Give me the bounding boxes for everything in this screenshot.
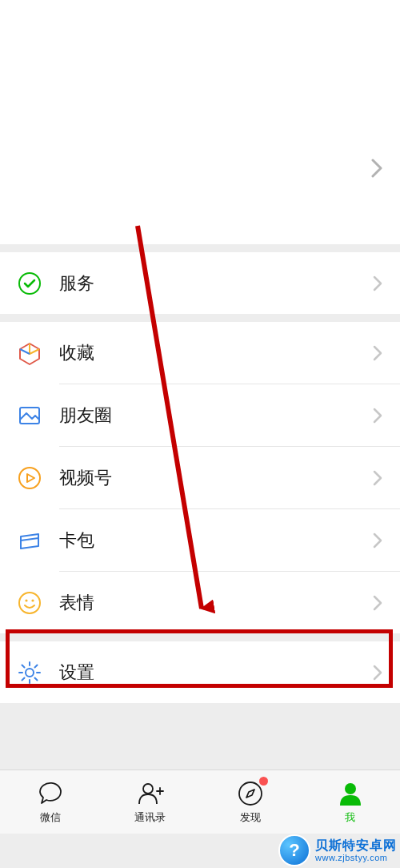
tab-wechat[interactable]: 微信 xyxy=(0,770,100,834)
svg-point-20 xyxy=(143,784,153,794)
section-gap xyxy=(0,633,400,641)
row-label: 卡包 xyxy=(42,528,373,553)
row-channels[interactable]: 视频号 xyxy=(0,447,400,508)
section-settings: 设置 xyxy=(0,641,400,703)
chat-bubble-icon xyxy=(37,780,64,807)
section-services: 服务 xyxy=(0,252,400,314)
tab-bar: 微信 通讯录 发现 xyxy=(0,770,400,834)
row-cards[interactable]: 卡包 xyxy=(0,509,400,571)
channels-icon xyxy=(18,466,42,490)
person-icon xyxy=(337,780,364,807)
chevron-right-icon xyxy=(371,159,382,178)
contacts-icon xyxy=(137,780,164,807)
tab-discover[interactable]: 发现 xyxy=(200,770,300,834)
svg-line-16 xyxy=(22,677,25,680)
section-gap xyxy=(0,244,400,252)
watermark-logo-icon: ? xyxy=(278,834,310,866)
row-services[interactable]: 服务 xyxy=(0,252,400,314)
cards-icon xyxy=(18,528,42,553)
svg-point-3 xyxy=(19,468,40,488)
section-gap xyxy=(0,314,400,322)
tab-label: 我 xyxy=(345,810,355,825)
chevron-right-icon xyxy=(373,275,382,291)
svg-point-7 xyxy=(25,599,27,601)
row-settings[interactable]: 设置 xyxy=(0,641,400,703)
watermark-text: 贝斯特安卓网 www.zjbstyy.com xyxy=(315,838,397,862)
watermark-url: www.zjbstyy.com xyxy=(315,853,397,862)
row-stickers[interactable]: 表情 xyxy=(0,572,400,633)
row-moments[interactable]: 朋友圈 xyxy=(0,384,400,446)
stickers-icon xyxy=(18,591,42,615)
row-label: 收藏 xyxy=(42,341,373,365)
tab-contacts[interactable]: 通讯录 xyxy=(100,770,200,834)
row-label: 设置 xyxy=(42,661,373,685)
svg-point-8 xyxy=(31,599,34,601)
screen: 服务 收藏 xyxy=(0,0,400,868)
moments-icon xyxy=(18,404,42,428)
svg-point-9 xyxy=(26,669,34,677)
chevron-right-icon xyxy=(373,470,382,486)
svg-marker-24 xyxy=(246,790,254,798)
profile-row[interactable] xyxy=(0,0,400,244)
watermark: ? 贝斯特安卓网 www.zjbstyy.com xyxy=(278,834,397,866)
svg-point-0 xyxy=(19,273,40,294)
favorites-icon xyxy=(18,341,42,365)
svg-marker-4 xyxy=(27,474,34,482)
settings-gear-icon xyxy=(18,661,42,685)
chevron-right-icon xyxy=(373,665,382,681)
svg-line-14 xyxy=(22,665,25,667)
svg-point-23 xyxy=(239,782,262,805)
tab-me[interactable]: 我 xyxy=(300,770,400,834)
chevron-right-icon xyxy=(373,408,382,424)
section-main: 收藏 朋友圈 xyxy=(0,322,400,633)
services-icon xyxy=(18,271,42,295)
chevron-right-icon xyxy=(373,595,382,611)
tab-label: 通讯录 xyxy=(134,810,166,825)
svg-line-5 xyxy=(21,538,38,540)
row-label: 表情 xyxy=(42,591,373,615)
watermark-title: 贝斯特安卓网 xyxy=(315,838,397,853)
svg-line-17 xyxy=(35,665,38,667)
svg-line-15 xyxy=(35,677,38,680)
svg-point-25 xyxy=(345,783,356,794)
badge-dot xyxy=(259,777,268,786)
tab-label: 发现 xyxy=(240,810,261,825)
row-label: 服务 xyxy=(42,271,373,295)
svg-point-6 xyxy=(19,593,40,613)
row-label: 视频号 xyxy=(42,466,373,490)
row-favorites[interactable]: 收藏 xyxy=(0,322,400,384)
row-label: 朋友圈 xyxy=(42,404,373,428)
chevron-right-icon xyxy=(373,345,382,361)
chevron-right-icon xyxy=(373,532,382,549)
tab-label: 微信 xyxy=(40,810,61,825)
